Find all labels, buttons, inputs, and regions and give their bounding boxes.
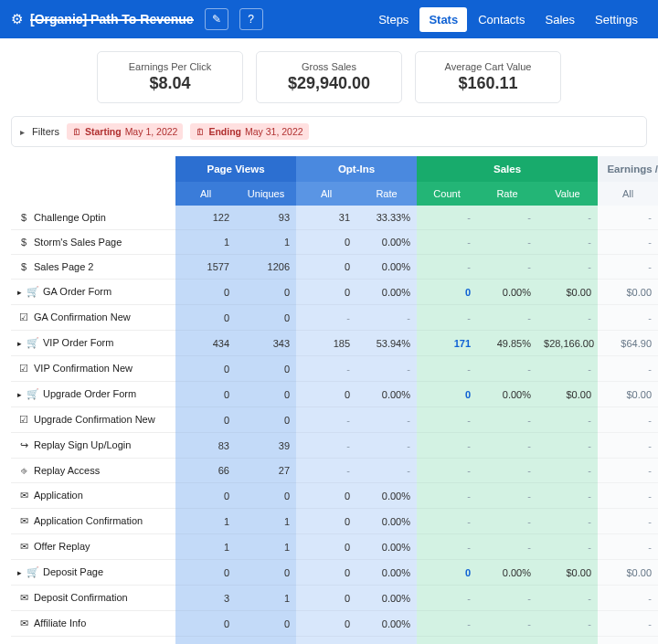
row-name-cell[interactable]: ▸🛒GA Order Form	[11, 280, 175, 305]
cell: -	[417, 230, 477, 255]
top-bar: ⚙ [Organic] Path To Revenue ✎ ? StepsSta…	[0, 0, 658, 38]
table-row[interactable]: $Sales Page 21577120600.00%-----	[11, 255, 658, 280]
table-row[interactable]: ✉Application Confirmation1100.00%-----	[11, 509, 658, 534]
cell: 93	[236, 206, 296, 230]
kpi-value: $8.04	[120, 74, 220, 93]
cell: $28,166.00	[537, 331, 598, 356]
cell: 1	[175, 230, 236, 255]
sub-pv-all[interactable]: All	[175, 182, 236, 206]
gear-icon[interactable]: ⚙	[11, 11, 23, 27]
nav-steps[interactable]: Steps	[369, 7, 418, 32]
sub-oi-rate[interactable]: Rate	[356, 182, 417, 206]
cell: 0.00%	[356, 382, 417, 407]
table-row[interactable]: ✉Application0000.00%-----	[11, 483, 658, 509]
kpi-card: Average Cart Value$160.11	[415, 51, 561, 103]
mail-icon: ✉	[17, 490, 30, 501]
cell: -	[598, 433, 658, 459]
row-name-cell[interactable]: $Sales Page 2	[11, 255, 175, 280]
row-label: Sales Page 2	[34, 261, 93, 272]
cell: -	[356, 637, 417, 645]
table-row[interactable]: ☑Upgrade Confirmation New00-------	[11, 407, 658, 433]
cell: 0	[236, 305, 296, 331]
sub-sl-count[interactable]: Count	[417, 182, 477, 206]
cell: 53.94%	[356, 331, 417, 356]
cell: 0.00%	[477, 560, 537, 586]
cell: $64.90	[598, 331, 658, 356]
table-row[interactable]: ▸🛒Upgrade Order Form0000.00%00.00%$0.00$…	[11, 382, 658, 407]
row-name-cell[interactable]: $Challenge Optin	[11, 206, 175, 230]
sub-pv-uniques[interactable]: Uniques	[236, 182, 296, 206]
expand-triangle-icon[interactable]: ▸	[17, 288, 27, 297]
table-row[interactable]: $Storm's Sales Page1100.00%-----	[11, 230, 658, 255]
row-name-cell[interactable]: $Storm's Sales Page	[11, 230, 175, 255]
filter-start-pill[interactable]: 🗓 Starting May 1, 2022	[67, 123, 183, 140]
filter-end-pill[interactable]: 🗓 Ending May 31, 2022	[190, 123, 308, 140]
row-name-cell[interactable]: ▸🛒VIP Order Form	[11, 331, 175, 356]
group-optins[interactable]: Opt-Ins	[296, 156, 417, 182]
filter-start-label: Starting	[85, 126, 122, 137]
table-row[interactable]: ↪Replay Sign Up/Login8339-------	[11, 433, 658, 459]
group-earnings[interactable]: Earnings / Pageview	[598, 156, 658, 182]
table-row[interactable]: ▸🛒VIP Order Form43434318553.94%17149.85%…	[11, 331, 658, 356]
row-name-cell[interactable]: ✉Application Confirmation	[11, 509, 175, 534]
nav-stats[interactable]: Stats	[419, 7, 467, 32]
cell: 0	[175, 560, 236, 586]
chevron-right-icon[interactable]: ▸	[20, 127, 25, 137]
table-row[interactable]: ⎆Replay Access6627-------	[11, 459, 658, 483]
cell: 2	[236, 637, 296, 645]
cell: -	[417, 509, 477, 534]
row-name-cell[interactable]: ✉Affiliate Info	[11, 611, 175, 637]
row-name-cell[interactable]: ↪Replay Sign Up/Login	[11, 433, 175, 459]
row-name-cell[interactable]: ↪Affiliate Login	[11, 637, 175, 645]
login-icon: ↪	[17, 439, 30, 451]
table-row[interactable]: ✉Deposit Confirmation3100.00%-----	[11, 586, 658, 611]
cell: -	[537, 206, 598, 230]
expand-triangle-icon[interactable]: ▸	[17, 390, 27, 399]
row-name-cell[interactable]: ✉Application	[11, 483, 175, 509]
table-row[interactable]: ✉Affiliate Info0000.00%-----	[11, 611, 658, 637]
row-name-cell[interactable]: ✉Offer Replay	[11, 534, 175, 560]
row-name-cell[interactable]: ☑GA Confirmation New	[11, 305, 175, 331]
row-label: GA Order Form	[43, 286, 111, 297]
sub-sl-rate[interactable]: Rate	[477, 182, 537, 206]
table-row[interactable]: $Challenge Optin122933133.33%-----	[11, 206, 658, 230]
table-row[interactable]: ↪Affiliate Login22-------	[11, 637, 658, 645]
cell: 0.00%	[356, 534, 417, 560]
table-row[interactable]: ☑GA Confirmation New00-------	[11, 305, 658, 331]
table-row[interactable]: ▸🛒Deposit Page0000.00%00.00%$0.00$0.00$0…	[11, 560, 658, 586]
nav-contacts[interactable]: Contacts	[469, 7, 534, 32]
filter-bar[interactable]: ▸ Filters 🗓 Starting May 1, 2022 🗓 Endin…	[11, 116, 647, 147]
row-label: GA Confirmation New	[34, 311, 131, 322]
edit-icon[interactable]: ✎	[205, 8, 228, 30]
kpi-label: Average Cart Value	[438, 61, 538, 72]
cell: 0	[236, 356, 296, 382]
cell: 0	[296, 483, 356, 509]
cart-icon: 🛒	[27, 337, 39, 349]
sub-ep-all[interactable]: All	[598, 182, 658, 206]
nav-sales[interactable]: Sales	[536, 7, 584, 32]
cell: -	[477, 509, 537, 534]
cart-icon: 🛒	[27, 388, 39, 400]
sub-sl-value[interactable]: Value	[537, 182, 598, 206]
table-row[interactable]: ✉Offer Replay1100.00%-----	[11, 534, 658, 560]
cell: 0	[296, 611, 356, 637]
row-name-cell[interactable]: ▸🛒Upgrade Order Form	[11, 382, 175, 407]
help-icon[interactable]: ?	[239, 8, 263, 30]
row-name-cell[interactable]: ⎆Replay Access	[11, 459, 175, 483]
cell: -	[477, 305, 537, 331]
calendar-icon: 🗓	[196, 127, 205, 137]
kpi-value: $29,940.00	[279, 74, 379, 93]
group-pageviews[interactable]: Page Views	[175, 156, 296, 182]
nav-settings[interactable]: Settings	[586, 7, 647, 32]
expand-triangle-icon[interactable]: ▸	[17, 339, 27, 348]
cell: -	[417, 305, 477, 331]
table-row[interactable]: ▸🛒GA Order Form0000.00%00.00%$0.00$0.00$…	[11, 280, 658, 305]
sub-oi-all[interactable]: All	[296, 182, 356, 206]
row-name-cell[interactable]: ▸🛒Deposit Page	[11, 560, 175, 586]
row-name-cell[interactable]: ☑VIP Confirmation New	[11, 356, 175, 382]
table-row[interactable]: ☑VIP Confirmation New00-------	[11, 356, 658, 382]
row-name-cell[interactable]: ☑Upgrade Confirmation New	[11, 407, 175, 433]
row-name-cell[interactable]: ✉Deposit Confirmation	[11, 586, 175, 611]
expand-triangle-icon[interactable]: ▸	[17, 568, 27, 577]
group-sales[interactable]: Sales	[417, 156, 598, 182]
